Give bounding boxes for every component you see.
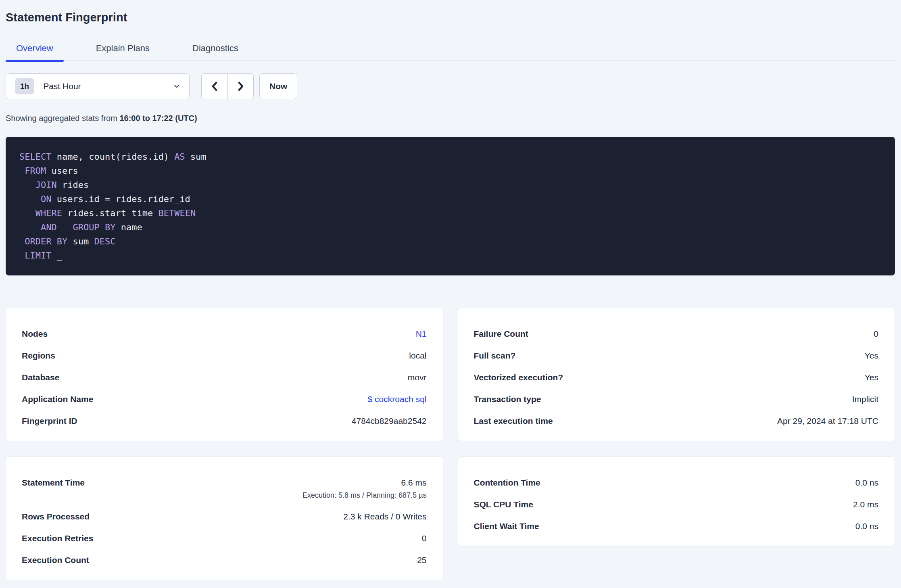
stat-label: Execution Count (22, 555, 89, 565)
stat-value: 0.0 ns (855, 477, 878, 488)
stat-label: Rows Processed (22, 511, 90, 522)
stat-value-wrap: N1 (416, 328, 427, 339)
overview-card-right: Failure Count0Full scan?YesVectorized ex… (458, 308, 895, 441)
stat-value: movr (408, 372, 427, 383)
sql-line: ON users.id = rides.rider_id (19, 192, 881, 206)
stat-value: Implicit (852, 394, 878, 405)
stat-value-wrap: movr (408, 372, 427, 383)
stat-value-wrap: 0 (422, 533, 427, 544)
stat-value-wrap: 0.0 ns (855, 477, 878, 488)
stat-row: NodesN1 (22, 328, 427, 339)
stat-row: Failure Count0 (474, 328, 879, 339)
stat-row: Regionslocal (22, 350, 427, 361)
stat-value: 2.3 k Reads / 0 Writes (343, 511, 426, 522)
stat-value-wrap: 4784cb829aab2542 (352, 415, 427, 426)
stat-value-link[interactable]: N1 (416, 328, 427, 339)
stat-value-wrap: 0.0 ns (855, 521, 878, 532)
stat-value-wrap: 2.0 ms (853, 499, 878, 510)
tab-explain-plans[interactable]: Explain Plans (86, 43, 160, 60)
sql-line: FROM users (19, 164, 881, 178)
stat-value-wrap: 25 (417, 555, 426, 565)
timing-card-left: Statement Time6.6 msExecution: 5.8 ms / … (6, 457, 443, 580)
stat-value-wrap: Implicit (852, 394, 878, 405)
stat-value-wrap: Apr 29, 2024 at 17:18 UTC (777, 415, 878, 426)
stat-row: Last execution timeApr 29, 2024 at 17:18… (474, 415, 879, 426)
stat-value-wrap: 6.6 msExecution: 5.8 ms / Planning: 687.… (302, 477, 427, 500)
stat-label: Failure Count (474, 328, 528, 339)
stat-value: Apr 29, 2024 at 17:18 UTC (777, 415, 878, 426)
stat-label: Execution Retries (22, 533, 93, 544)
sql-line: ORDER BY sum DESC (19, 234, 881, 248)
chevron-left-icon (210, 81, 219, 92)
stat-row: Full scan?Yes (474, 350, 879, 361)
stat-label: Contention Time (474, 477, 540, 488)
stat-value: 6.6 ms (302, 477, 427, 488)
time-range-badge: 1h (15, 78, 34, 94)
sql-line: JOIN rides (19, 178, 881, 192)
stat-value: local (409, 350, 426, 361)
stats-caption: Showing aggregated stats from 16:00 to 1… (6, 113, 895, 123)
stat-row: Databasemovr (22, 372, 427, 383)
stat-label: Vectorized execution? (474, 372, 563, 383)
tab-diagnostics[interactable]: Diagnostics (182, 43, 249, 60)
stat-value: 25 (417, 555, 426, 565)
stat-row: Rows Processed2.3 k Reads / 0 Writes (22, 511, 427, 522)
time-range-label: Past Hour (43, 81, 173, 91)
prev-time-button[interactable] (201, 73, 227, 99)
statement-fingerprint-page: Statement Fingerprint Overview Explain P… (0, 0, 901, 580)
chevron-right-icon (236, 81, 245, 92)
stat-value-wrap: 2.3 k Reads / 0 Writes (343, 511, 426, 522)
stat-subvalue: Execution: 5.8 ms / Planning: 687.5 µs (302, 490, 427, 500)
page-title: Statement Fingerprint (6, 10, 895, 25)
stat-value-wrap: $ cockroach sql (368, 394, 427, 405)
stat-value: 4784cb829aab2542 (352, 415, 427, 426)
stat-row: SQL CPU Time2.0 ms (474, 499, 879, 510)
stat-value: 0.0 ns (855, 521, 878, 532)
sql-statement-box: SELECT name, count(rides.id) AS sum FROM… (6, 137, 895, 275)
timing-card-right: Contention Time0.0 nsSQL CPU Time2.0 msC… (458, 457, 895, 546)
stat-label: Last execution time (474, 415, 553, 426)
stat-label: Regions (22, 350, 55, 361)
time-range-dropdown[interactable]: 1h Past Hour (6, 73, 190, 99)
stat-value-wrap: local (409, 350, 426, 361)
stat-label: Fingerprint ID (22, 415, 77, 426)
sql-line: WHERE rides.start_time BETWEEN _ (19, 206, 881, 220)
stat-row: Transaction typeImplicit (474, 394, 879, 405)
sql-line: LIMIT _ (19, 248, 881, 263)
stat-value-wrap: 0 (874, 328, 878, 339)
sql-line: SELECT name, count(rides.id) AS sum (19, 150, 881, 164)
stat-label: SQL CPU Time (474, 499, 533, 510)
stat-value: Yes (865, 350, 878, 361)
stat-value-wrap: Yes (865, 372, 878, 383)
tab-bar: Overview Explain Plans Diagnostics (6, 43, 895, 61)
stat-value: 0 (874, 328, 878, 339)
stat-row: Application Name$ cockroach sql (22, 394, 427, 405)
stat-row: Vectorized execution?Yes (474, 372, 879, 383)
stat-label: Nodes (22, 328, 48, 339)
stat-row: Client Wait Time0.0 ns (474, 521, 879, 532)
stat-label: Database (22, 372, 59, 383)
stat-label: Transaction type (474, 394, 541, 405)
stat-row: Execution Retries0 (22, 533, 427, 544)
stat-label: Full scan? (474, 350, 516, 361)
tab-overview[interactable]: Overview (6, 43, 64, 60)
stats-caption-prefix: Showing aggregated stats from (6, 114, 119, 123)
time-controls: 1h Past Hour Now (6, 73, 895, 99)
stat-row: Execution Count25 (22, 555, 427, 565)
stat-label: Statement Time (22, 477, 85, 488)
stat-row: Statement Time6.6 msExecution: 5.8 ms / … (22, 477, 427, 500)
stat-label: Client Wait Time (474, 521, 539, 532)
stat-value: 2.0 ms (853, 499, 878, 510)
summary-cards: NodesN1RegionslocalDatabasemovrApplicati… (6, 308, 895, 580)
now-button[interactable]: Now (259, 73, 297, 99)
stat-value-link[interactable]: $ cockroach sql (368, 394, 427, 405)
next-time-button[interactable] (227, 73, 254, 99)
stats-caption-range: 16:00 to 17:22 (UTC) (119, 114, 197, 123)
stat-value-wrap: Yes (865, 350, 878, 361)
stat-row: Fingerprint ID4784cb829aab2542 (22, 415, 427, 426)
stat-value: 0 (422, 533, 427, 544)
stat-value: Yes (865, 372, 878, 383)
chevron-down-icon (173, 83, 180, 90)
sql-line: AND _ GROUP BY name (19, 220, 881, 234)
stat-row: Contention Time0.0 ns (474, 477, 879, 488)
